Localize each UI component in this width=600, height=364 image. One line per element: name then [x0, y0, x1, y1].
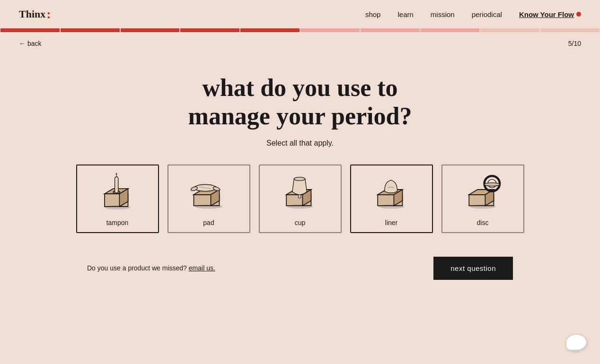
progress-seg-7: [361, 28, 420, 32]
nav-kyf[interactable]: Know Your Flow: [519, 10, 581, 18]
option-tampon[interactable]: tampon: [76, 165, 159, 233]
disc-icon: [459, 169, 506, 214]
progress-seg-8: [421, 28, 480, 32]
missed-text-static: Do you use a product we missed?: [87, 264, 187, 272]
progress-seg-4: [180, 28, 239, 32]
svg-point-32: [485, 182, 500, 186]
options-grid: tampon: [76, 165, 524, 233]
progress-seg-1: [0, 28, 60, 32]
bottom-row: Do you use a product we missed? email us…: [87, 257, 513, 294]
tampon-label: tampon: [106, 219, 129, 226]
next-question-button[interactable]: next question: [433, 257, 513, 280]
nav-learn[interactable]: learn: [397, 10, 413, 18]
progress-seg-10: [540, 28, 600, 32]
tampon-icon: [94, 169, 141, 214]
missed-product-text: Do you use a product we missed? email us…: [87, 264, 215, 272]
progress-seg-6: [300, 28, 360, 32]
progress-bar: [0, 28, 600, 32]
email-us-link[interactable]: email us.: [189, 264, 215, 272]
svg-rect-4: [115, 177, 118, 193]
nav-periodical[interactable]: periodical: [472, 10, 502, 18]
progress-seg-3: [121, 28, 180, 32]
chat-bubble: [566, 334, 587, 350]
kyf-label: Know Your Flow: [519, 10, 574, 18]
progress-seg-9: [480, 28, 539, 32]
question-subtitle: Select all that apply.: [266, 139, 334, 147]
cup-label: cup: [295, 219, 306, 226]
chat-stand: [572, 350, 581, 353]
logo-text: Thinx: [19, 8, 45, 20]
nav-links: shop learn mission periodical Know Your …: [365, 10, 581, 18]
cup-icon: [276, 169, 324, 214]
pad-label: pad: [203, 219, 214, 226]
main-content: what do you use to manage your period? S…: [0, 55, 600, 294]
svg-point-22: [287, 204, 313, 208]
svg-point-12: [190, 186, 198, 191]
pad-icon: [185, 169, 232, 214]
svg-point-7: [105, 205, 130, 209]
question-title-line1: what do you use to: [202, 74, 397, 101]
progress-seg-5: [240, 28, 300, 32]
option-liner[interactable]: liner: [350, 165, 433, 233]
kyf-dot-indicator: [576, 12, 581, 17]
svg-point-33: [470, 204, 495, 208]
liner-label: liner: [385, 219, 397, 226]
svg-point-6: [116, 173, 117, 174]
nav-shop[interactable]: shop: [365, 10, 381, 18]
option-cup[interactable]: cup: [259, 165, 342, 233]
progress-seg-2: [61, 28, 120, 32]
question-title-line2: manage your period?: [188, 103, 412, 130]
option-pad[interactable]: pad: [168, 165, 250, 233]
disc-label: disc: [477, 219, 489, 226]
logo[interactable]: Thinx:: [19, 8, 51, 21]
nav-row: ← back 5/10: [0, 32, 600, 55]
question-title: what do you use to manage your period?: [188, 74, 412, 130]
svg-point-20: [294, 177, 305, 180]
nav-mission[interactable]: mission: [431, 10, 455, 18]
logo-dot: :: [46, 8, 51, 21]
svg-point-15: [195, 204, 222, 208]
progress-counter: 5/10: [568, 40, 581, 47]
chat-icon[interactable]: [566, 334, 587, 353]
svg-point-26: [379, 204, 404, 208]
navbar: Thinx: shop learn mission periodical Kno…: [0, 0, 600, 28]
liner-icon: [368, 169, 415, 214]
svg-rect-21: [298, 194, 300, 198]
back-button[interactable]: ← back: [19, 40, 41, 47]
option-disc[interactable]: disc: [441, 165, 524, 233]
